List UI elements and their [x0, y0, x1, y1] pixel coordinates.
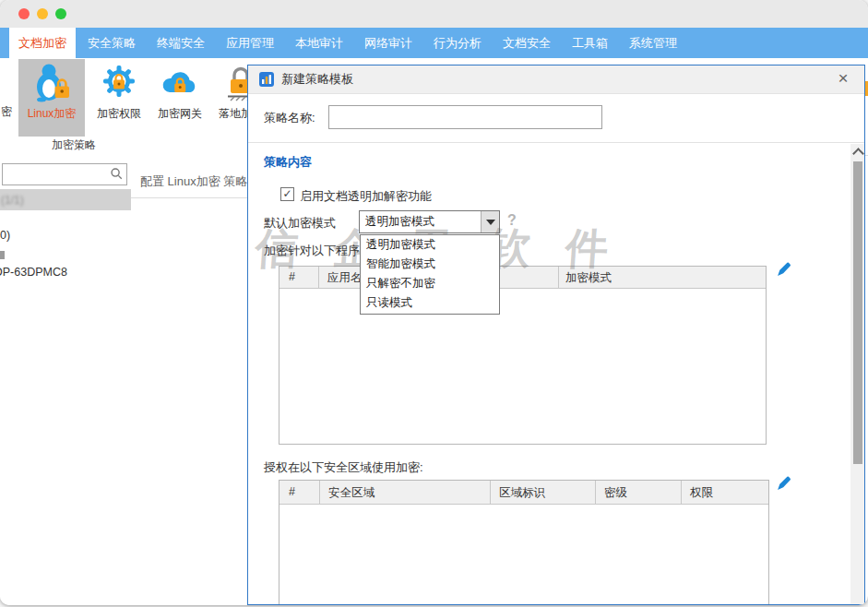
new-policy-template-dialog: 新建策略模板 × 策略名称: 策略内容 ✓ 启用文档透明加解密功能 默认加密模式…	[247, 65, 865, 605]
tab-toolbox[interactable]: 工具箱	[563, 28, 617, 58]
tree-item-computer[interactable]: OP-63DPMC8	[0, 266, 67, 279]
tree-item-label-blurred: (1/1)	[1, 194, 24, 207]
dropdown-option-readonly[interactable]: 只读模式	[361, 293, 499, 313]
column-divider	[319, 481, 320, 504]
minimize-window-button[interactable]	[37, 8, 48, 19]
toolbar-item-encryption-permission[interactable]: 加密权限	[89, 59, 149, 137]
column-divider	[681, 481, 682, 504]
dropdown-option-decrypt-only[interactable]: 只解密不加密	[361, 274, 499, 293]
close-window-button[interactable]	[18, 8, 30, 19]
app-window: 文档加密 安全策略 终端安全 应用管理 本地审计 网络审计 行为分析 文档安全 …	[0, 0, 868, 605]
transparent-encryption-checkbox-label: 启用文档透明加解密功能	[300, 188, 432, 205]
panel-divider	[131, 197, 248, 198]
edit-apps-pencil-icon[interactable]	[776, 262, 791, 278]
dropdown-option-transparent[interactable]: 透明加密模式	[361, 235, 499, 255]
tab-document-security[interactable]: 文档安全	[493, 28, 560, 58]
dialog-title: 新建策略模板	[281, 71, 353, 88]
tree-search-box	[2, 163, 127, 185]
zoom-window-button[interactable]	[55, 8, 66, 19]
tab-app-management[interactable]: 应用管理	[217, 28, 283, 58]
scrollbar-up-arrow-icon[interactable]	[852, 148, 864, 160]
dialog-close-button[interactable]: ×	[833, 68, 853, 89]
policy-tree-sidebar: (1/1) 0) OP-63DPMC8	[0, 155, 132, 605]
zones-table: # 安全区域 区域标识 密级 权限	[279, 480, 769, 605]
toolbar-group-label: 加密策略	[14, 137, 134, 153]
config-panel-header: 配置 Linux加密 策略	[140, 173, 247, 190]
policy-name-input[interactable]	[328, 105, 602, 129]
col-header-index: #	[289, 485, 295, 498]
tab-system-management[interactable]: 系统管理	[620, 28, 686, 58]
toolbar-item-linux-encryption[interactable]: Linux加密	[18, 59, 85, 137]
policy-name-label: 策略名称:	[264, 110, 315, 126]
mac-titlebar	[0, 0, 868, 29]
toolbar-item-cutoff-label: 密	[1, 104, 12, 120]
tab-local-audit[interactable]: 本地审计	[286, 28, 352, 58]
toolbar-item-label: Linux加密	[18, 106, 85, 122]
column-divider	[490, 481, 491, 504]
mode-dropdown-list: 透明加密模式 智能加密模式 只解密不加密 只读模式	[360, 234, 500, 315]
tree-item-fragment[interactable]	[0, 251, 5, 259]
gear-lock-icon	[99, 62, 139, 102]
config-panel: 配置 Linux加密 策略	[131, 155, 248, 605]
edit-zones-pencil-icon[interactable]	[776, 476, 791, 492]
tab-endpoint-security[interactable]: 终端安全	[148, 28, 214, 58]
col-header-security-zone: 安全区域	[328, 485, 375, 501]
col-header-zone-id: 区域标识	[499, 485, 545, 501]
dialog-divider	[248, 142, 864, 143]
tree-item[interactable]: 0)	[0, 229, 10, 242]
column-divider	[595, 481, 596, 504]
toolbar-item-label: 加密网关	[150, 106, 209, 122]
section-title: 策略内容	[264, 154, 312, 171]
apps-table: # 应用名称 加密模式	[279, 266, 767, 445]
zones-table-label: 授权在以下安全区域使用加密:	[264, 459, 423, 476]
col-header-permission: 权限	[690, 485, 713, 501]
toolbar-item-encryption-gateway[interactable]: 加密网关	[150, 59, 209, 137]
scrollbar-thumb[interactable]	[853, 161, 862, 464]
tab-security-policy[interactable]: 安全策略	[78, 28, 145, 58]
tab-network-audit[interactable]: 网络审计	[355, 28, 422, 58]
zones-table-header-row: # 安全区域 区域标识 密级 权限	[279, 481, 768, 505]
tab-document-encryption[interactable]: 文档加密	[9, 28, 76, 58]
search-icon[interactable]	[110, 167, 124, 184]
tab-behavior-analysis[interactable]: 行为分析	[424, 28, 491, 58]
linux-penguin-lock-icon	[31, 62, 72, 102]
search-input[interactable]	[3, 164, 110, 183]
dropdown-option-smart[interactable]: 智能加密模式	[361, 255, 499, 274]
dialog-scrollbar[interactable]	[850, 144, 865, 605]
toolbar-item-label: 加密权限	[89, 106, 149, 122]
cloud-lock-icon	[160, 62, 200, 102]
ribbon-tab-bar: 文档加密 安全策略 终端安全 应用管理 本地审计 网络审计 行为分析 文档安全 …	[0, 28, 868, 58]
tree-item-selected[interactable]: (1/1)	[0, 189, 131, 210]
dialog-app-icon	[259, 72, 274, 87]
col-header-secret-level: 密级	[604, 485, 627, 501]
dialog-titlebar: 新建策略模板 ×	[248, 65, 864, 94]
transparent-encryption-checkbox[interactable]: ✓	[280, 187, 294, 201]
